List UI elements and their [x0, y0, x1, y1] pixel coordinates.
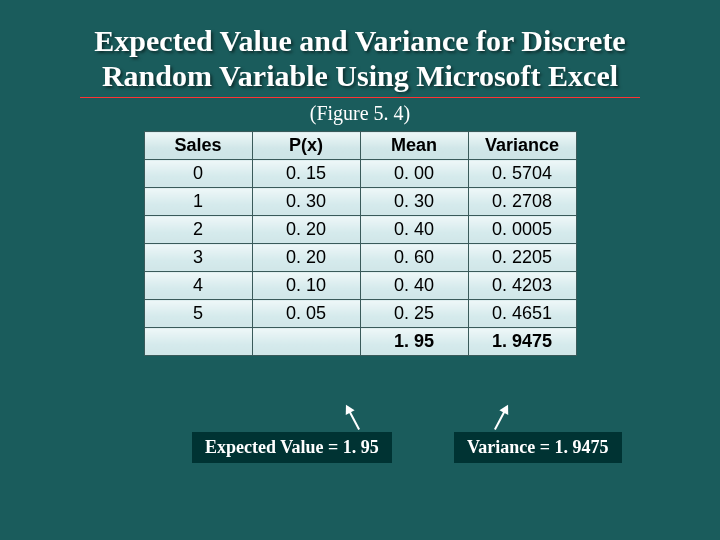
figure-caption: (Figure 5. 4)	[0, 102, 720, 125]
cell: 0. 00	[360, 160, 468, 188]
cell: 0. 4203	[468, 272, 576, 300]
cell: 0. 2708	[468, 188, 576, 216]
cell: 3	[144, 244, 252, 272]
cell-total	[252, 328, 360, 356]
cell: 4	[144, 272, 252, 300]
cell-total	[144, 328, 252, 356]
cell: 0. 5704	[468, 160, 576, 188]
table-row: 2 0. 20 0. 40 0. 0005	[144, 216, 576, 244]
cell: 0. 0005	[468, 216, 576, 244]
table-row: 5 0. 05 0. 25 0. 4651	[144, 300, 576, 328]
cell: 0. 20	[252, 216, 360, 244]
cell: 0. 30	[360, 188, 468, 216]
slide-title: Expected Value and Variance for Discrete…	[80, 24, 640, 98]
table-header-row: Sales P(x) Mean Variance	[144, 132, 576, 160]
cell: 0. 20	[252, 244, 360, 272]
cell: 0. 2205	[468, 244, 576, 272]
col-header-mean: Mean	[360, 132, 468, 160]
col-header-variance: Variance	[468, 132, 576, 160]
cell: 0	[144, 160, 252, 188]
cell: 0. 10	[252, 272, 360, 300]
variance-label: Variance = 1. 9475	[454, 432, 622, 463]
table-row: 1 0. 30 0. 30 0. 2708	[144, 188, 576, 216]
arrow-icon	[346, 406, 360, 430]
cell: 0. 4651	[468, 300, 576, 328]
cell: 1	[144, 188, 252, 216]
data-table: Sales P(x) Mean Variance 0 0. 15 0. 00 0…	[144, 131, 577, 356]
expected-value-label: Expected Value = 1. 95	[192, 432, 392, 463]
cell: 0. 40	[360, 216, 468, 244]
table-container: Sales P(x) Mean Variance 0 0. 15 0. 00 0…	[0, 131, 720, 356]
table-row: 3 0. 20 0. 60 0. 2205	[144, 244, 576, 272]
table-row: 4 0. 10 0. 40 0. 4203	[144, 272, 576, 300]
table-total-row: 1. 95 1. 9475	[144, 328, 576, 356]
table-row: 0 0. 15 0. 00 0. 5704	[144, 160, 576, 188]
cell: 0. 30	[252, 188, 360, 216]
slide: Expected Value and Variance for Discrete…	[0, 0, 720, 540]
cell: 0. 25	[360, 300, 468, 328]
cell-total-variance: 1. 9475	[468, 328, 576, 356]
col-header-px: P(x)	[252, 132, 360, 160]
cell: 0. 40	[360, 272, 468, 300]
col-header-sales: Sales	[144, 132, 252, 160]
arrow-icon	[494, 406, 508, 430]
cell-total-mean: 1. 95	[360, 328, 468, 356]
cell: 0. 15	[252, 160, 360, 188]
cell: 0. 05	[252, 300, 360, 328]
cell: 5	[144, 300, 252, 328]
cell: 0. 60	[360, 244, 468, 272]
cell: 2	[144, 216, 252, 244]
